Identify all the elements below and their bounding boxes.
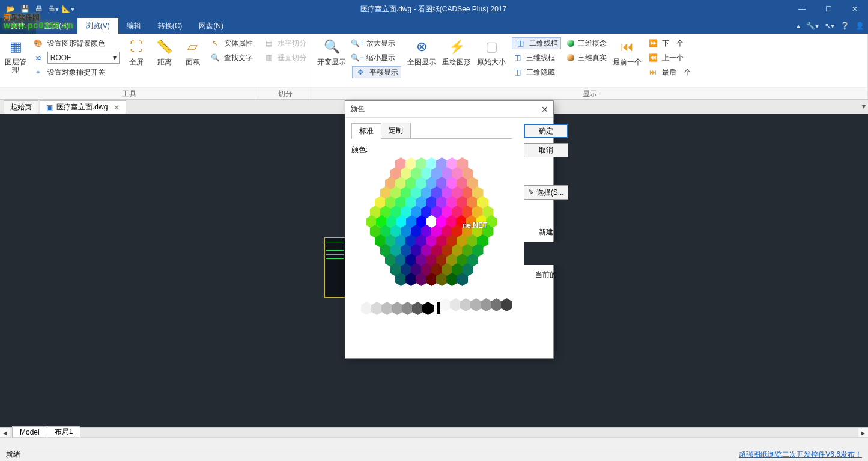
layer-management-button[interactable]: ▦ 图层管理 — [5, 37, 27, 75]
zoom-all-button[interactable]: ⊗全图显示 — [407, 37, 436, 66]
color-hexagon[interactable] — [367, 157, 497, 284]
set-bg-color-button[interactable]: 🎨设置图形背景颜色 — [33, 37, 120, 49]
grayscale-row[interactable] — [351, 302, 512, 315]
prev-button[interactable]: ⏪上一个 — [648, 52, 691, 64]
cancel-button[interactable]: 取消 — [524, 143, 568, 157]
group-label-split: 切分 — [258, 87, 312, 99]
tab-standard[interactable]: 标准 — [351, 123, 381, 139]
dialog-titlebar[interactable]: 颜色 ✕ — [345, 101, 553, 118]
minimize-button[interactable]: — — [789, 0, 815, 18]
concept-3d-button[interactable]: 三维概念 — [567, 37, 607, 49]
menu-convert[interactable]: 转换(C) — [150, 18, 191, 34]
dialog-tabs: 标准 定制 — [351, 123, 512, 139]
file-menu[interactable]: 文件 — [0, 18, 36, 34]
group-label-display: 显示 — [312, 87, 867, 99]
palette-icon: 🎨 — [33, 38, 44, 49]
menu-edit[interactable]: 编辑 — [118, 18, 150, 34]
tab-layout1[interactable]: 布局1 — [47, 426, 81, 437]
hsplit-icon: ▤ — [263, 38, 274, 49]
close-button[interactable]: ✕ — [842, 0, 868, 18]
area-icon: ▱ — [183, 37, 202, 56]
dialog-close-icon[interactable]: ✕ — [541, 105, 548, 114]
tab-custom[interactable]: 定制 — [381, 123, 411, 138]
close-tab-icon[interactable]: ✕ — [114, 103, 120, 112]
horizontal-scrollbar[interactable]: ◂ ▸ — [0, 427, 868, 437]
maximize-button[interactable]: ☐ — [815, 0, 842, 18]
eyedropper-icon: ✎ — [528, 188, 534, 197]
snap-icon: ⌖ — [33, 67, 44, 78]
area-button[interactable]: ▱面积 — [181, 37, 204, 66]
tab-file[interactable]: ▣ 医疗室立面.dwg ✕ — [40, 100, 126, 114]
menu-netdisk[interactable]: 网盘(N) — [190, 18, 232, 34]
menu-bar: 文件 主页(H) 浏览(V) 编辑 转换(C) 网盘(N) ▴ 🔧▾ ↖▾ ❔ … — [0, 18, 868, 34]
tab-start[interactable]: 起始页 — [4, 100, 38, 114]
sphere-green-icon — [567, 40, 574, 47]
cube-wire-icon: ◫ — [515, 38, 526, 49]
fullscreen-icon: ⛶ — [127, 37, 146, 56]
tab-model[interactable]: Model — [12, 426, 47, 437]
distance-button[interactable]: 📏距离 — [154, 37, 176, 66]
current-label: 当前的 — [535, 270, 557, 280]
original-size-icon: ▢ — [482, 37, 501, 56]
layers-small-icon: ≋ — [33, 52, 44, 63]
set-snap-button[interactable]: ⌖设置对象捕捉开关 — [33, 66, 120, 78]
window-controls: — ☐ ✕ — [789, 0, 868, 18]
zoom-in-button[interactable]: 🔍+放大显示 — [352, 37, 401, 49]
ribbon-group-display: 🔍开窗显示 🔍+放大显示 🔍−缩小显示 ✥平移显示 ⊗全图显示 ⚡重绘图形 ▢原… — [312, 34, 868, 99]
menu-view[interactable]: 浏览(V) — [77, 18, 118, 34]
layer-combo[interactable]: ≋ROOF▾ — [33, 52, 120, 64]
cube-3d-icon: ◫ — [512, 52, 523, 63]
ribbon: ▦ 图层管理 🎨设置图形背景颜色 ≋ROOF▾ ⌖设置对象捕捉开关 ⛶全屏 📏距… — [0, 34, 868, 100]
next-button[interactable]: ⏩下一个 — [648, 37, 691, 49]
print-preview-icon[interactable]: 🖶▾ — [47, 2, 60, 16]
scroll-track[interactable] — [10, 428, 858, 438]
zoom-out-button[interactable]: 🔍−缩小显示 — [352, 52, 401, 64]
help-icon[interactable]: ❔ — [840, 22, 849, 30]
eyedropper-button[interactable]: ✎ 选择(S... — [524, 185, 568, 200]
tool-icon[interactable]: 📐▾ — [61, 2, 74, 16]
redraw-button[interactable]: ⚡重绘图形 — [442, 37, 471, 66]
quick-access-toolbar: 📂 💾 🖶 🖶▾ 📐▾ — [0, 2, 78, 16]
hidden-3d-button[interactable]: ◫三维隐藏 — [512, 66, 561, 78]
open-icon[interactable]: 📂 — [4, 2, 17, 16]
wireframe-3d-button[interactable]: ◫三维线框 — [512, 52, 561, 64]
realistic-3d-button[interactable]: 三维真实 — [567, 52, 607, 64]
magnify-window-icon: 🔍 — [322, 37, 341, 56]
save-icon[interactable]: 💾 — [18, 2, 31, 16]
new-label: 新建 — [539, 227, 553, 237]
last-button[interactable]: ⏭最后一个 — [648, 66, 691, 78]
vsplit-button: ▥垂直切分 — [263, 52, 306, 64]
scroll-left-icon[interactable]: ◂ — [0, 428, 10, 438]
color-dialog: 颜色 ✕ 标准 定制 颜色: ne.NET 确定 取消 ✎ 选择(S... 新建… — [345, 100, 554, 359]
open-window-button[interactable]: 🔍开窗显示 — [317, 37, 346, 66]
status-ready: 就绪 — [6, 450, 20, 460]
sphere-orange-icon — [567, 54, 574, 61]
window-title: 医疗室立面.dwg - 看图纸(CADSee Plus) 2017 — [78, 4, 789, 14]
entity-attr-button[interactable]: ↖实体属性 — [210, 37, 253, 49]
colors-label: 颜色: — [351, 145, 512, 155]
pan-button[interactable]: ✥平移显示 — [352, 66, 401, 78]
menu-home[interactable]: 主页(H) — [36, 18, 77, 34]
wrench-icon[interactable]: 🔧▾ — [806, 22, 819, 30]
print-icon[interactable]: 🖶 — [32, 2, 46, 16]
wireframe-2d-button[interactable]: ◫二维线框 — [512, 37, 561, 49]
ruler-icon: 📏 — [155, 37, 174, 56]
cursor-icon[interactable]: ↖▾ — [825, 22, 834, 30]
first-icon: ⏮ — [618, 37, 637, 56]
user-icon[interactable]: 👤 — [855, 22, 864, 30]
tabs-dropdown-icon[interactable]: ▾ — [862, 102, 866, 111]
dwg-icon: ▣ — [46, 103, 53, 112]
zoom-in-icon: 🔍+ — [352, 38, 363, 49]
menu-right-tools: ▴ 🔧▾ ↖▾ ❔ 👤 — [797, 18, 864, 34]
cube-hidden-icon: ◫ — [512, 67, 523, 78]
scroll-right-icon[interactable]: ▸ — [858, 428, 868, 438]
first-button[interactable]: ⏮最前一个 — [613, 37, 642, 66]
find-text-button[interactable]: 🔍查找文字 — [210, 52, 253, 64]
layers-icon: ▦ — [6, 37, 25, 56]
watermark-net: ne.NET — [463, 221, 487, 230]
ok-button[interactable]: 确定 — [524, 124, 568, 138]
chevron-up-icon[interactable]: ▴ — [797, 22, 800, 30]
fullscreen-button[interactable]: ⛶全屏 — [126, 37, 148, 66]
ribbon-group-split: ▤水平切分 ▥垂直切分 切分 — [258, 34, 312, 99]
status-link[interactable]: 超强图纸浏览二次开发控件V6.6发布！ — [739, 450, 862, 460]
